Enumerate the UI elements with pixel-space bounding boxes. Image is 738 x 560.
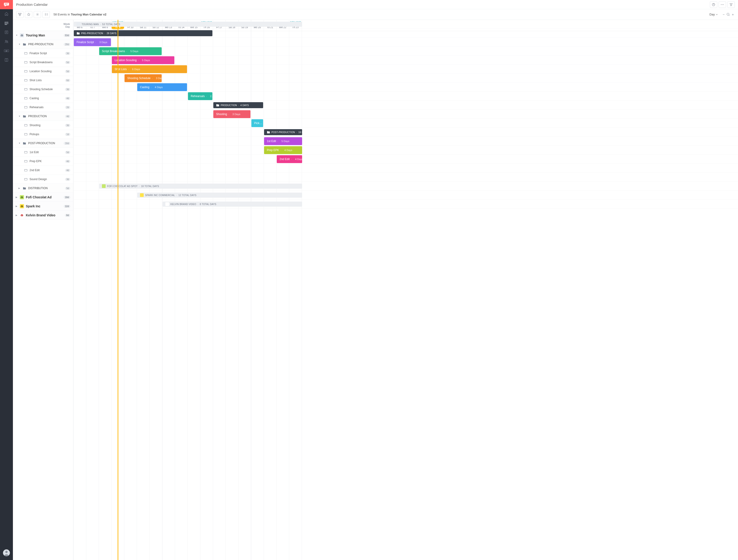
settings-button[interactable] bbox=[34, 11, 41, 18]
svg-rect-27 bbox=[24, 97, 27, 99]
collapse-icon[interactable]: ▼ bbox=[16, 34, 19, 36]
summary-bar[interactable]: SPARK INC COMMERCIAL·12 TOTAL DAYS bbox=[137, 193, 302, 198]
granularity-toggle[interactable]: Day bbox=[709, 13, 718, 16]
user-avatar[interactable] bbox=[3, 549, 10, 556]
collapse-icon[interactable]: ▼ bbox=[18, 43, 22, 45]
summary-bar[interactable]: KELVIN BRAND VIDEO·8 TOTAL DAYS bbox=[162, 202, 302, 207]
task-bar[interactable]: 2nd Edit·4 Days bbox=[277, 155, 302, 163]
svg-rect-43 bbox=[21, 214, 22, 215]
row-label: Location Scouting bbox=[29, 70, 51, 73]
timeline-row: Casting·4 Days bbox=[73, 83, 738, 92]
row-label: 2nd Edit bbox=[29, 169, 40, 172]
collapse-icon[interactable]: ▼ bbox=[18, 115, 22, 117]
project-icon bbox=[76, 22, 80, 26]
sidebar-row-phase[interactable]: ▼PRODUCTION4d bbox=[13, 112, 73, 121]
sidebar-row-project[interactable]: ▶Spark Inc12d bbox=[13, 202, 73, 211]
row-label: POST-PRODUCTION bbox=[28, 142, 55, 145]
task-icon bbox=[24, 177, 28, 181]
collapse-button[interactable] bbox=[42, 11, 50, 18]
svg-rect-34 bbox=[24, 179, 27, 180]
row-label: Sound Design bbox=[29, 178, 47, 181]
sidebar-row-task[interactable]: Casting4d bbox=[13, 94, 73, 103]
hierarchy-button[interactable] bbox=[16, 11, 24, 18]
sidebar-row-task[interactable]: Script Breakdowns5d bbox=[13, 58, 73, 67]
sidebar-row-project[interactable]: ▶Fofi Chocolat Ad18d bbox=[13, 193, 73, 202]
summary-bar[interactable]: TOURING MAN·53 TOTAL DAYS bbox=[74, 22, 302, 27]
phase-bar[interactable]: POST-PRODUCTION·16 DAYS bbox=[264, 129, 302, 135]
svg-point-18 bbox=[727, 13, 729, 15]
sidebar-row-phase[interactable]: ▶DISTRIBUTION5d bbox=[13, 184, 73, 193]
sidebar-row-task[interactable]: Location Scouting5d bbox=[13, 67, 73, 76]
task-bar[interactable]: Shot Lists·6 Days bbox=[112, 65, 187, 73]
task-bar[interactable]: Rehearsals·2… bbox=[188, 92, 213, 100]
timeline-row: 2nd Edit·4 Days bbox=[73, 155, 738, 164]
sidebar-row-task[interactable]: Shooting3d bbox=[13, 121, 73, 130]
expand-icon[interactable]: ▶ bbox=[16, 196, 19, 198]
phase-bar[interactable]: PRODUCTION·4 DAYS bbox=[213, 102, 263, 108]
sidebar-row-phase[interactable]: ▼POST-PRODUCTION16d bbox=[13, 139, 73, 148]
folder-icon bbox=[216, 104, 219, 106]
folder-icon bbox=[23, 114, 26, 118]
task-icon bbox=[24, 78, 28, 82]
sidebar-row-project[interactable]: ▼Touring Man53d bbox=[13, 31, 73, 40]
timeline-row: PRE-PRODUCTION·28 DAYS bbox=[73, 29, 738, 38]
expand-icon[interactable]: ▶ bbox=[18, 187, 22, 189]
sidebar-row-task[interactable]: Shooting Schedule3d bbox=[13, 85, 73, 94]
svg-rect-40 bbox=[21, 205, 22, 206]
task-bar[interactable]: Casting·4 Days bbox=[137, 83, 187, 91]
task-bar[interactable]: Pick… bbox=[251, 119, 263, 127]
filter-button[interactable] bbox=[727, 1, 735, 8]
expand-icon[interactable]: ▶ bbox=[16, 214, 19, 216]
favorite-button[interactable] bbox=[25, 11, 32, 18]
sidebar-row-task[interactable]: 2nd Edit4d bbox=[13, 166, 73, 175]
task-bar[interactable]: Location Scouting·5 Days bbox=[112, 56, 174, 64]
sidebar-row-task[interactable]: 1st Edit5d bbox=[13, 148, 73, 157]
svg-rect-29 bbox=[24, 124, 27, 126]
sidebar-row-task[interactable]: Rehearsals2d bbox=[13, 103, 73, 112]
more-button[interactable] bbox=[719, 1, 726, 8]
nav-home-icon[interactable] bbox=[0, 9, 13, 18]
expand-icon[interactable]: ▶ bbox=[16, 205, 19, 207]
duration-badge: 4d bbox=[65, 169, 70, 172]
task-icon bbox=[24, 169, 28, 172]
nav-calendar-icon[interactable] bbox=[0, 18, 13, 28]
task-bar[interactable]: Finalize Script·3 Days bbox=[74, 38, 111, 46]
task-bar[interactable]: Prep EPK·4 Days bbox=[264, 146, 302, 154]
sidebar-row-project[interactable]: ▶Kelvin Brand Video8d bbox=[13, 211, 73, 220]
nav-vip-icon[interactable]: VIP bbox=[0, 46, 13, 55]
sidebar-row-task[interactable]: Sound Design3d bbox=[13, 175, 73, 184]
sidebar-row-task[interactable]: Shot Lists6d bbox=[13, 76, 73, 85]
sidebar-row-task[interactable]: Pickups1d bbox=[13, 130, 73, 139]
nav-crew-icon[interactable] bbox=[0, 37, 13, 46]
task-bar[interactable]: Shooting Schedule·3 Days bbox=[124, 74, 162, 82]
duration-badge: 3d bbox=[65, 88, 70, 91]
svg-rect-1 bbox=[5, 23, 8, 24]
duration-badge: 3d bbox=[65, 178, 70, 181]
row-label: Touring Man bbox=[26, 33, 45, 37]
folder-icon bbox=[267, 131, 270, 133]
zoom-out-button[interactable]: − bbox=[722, 12, 726, 16]
task-icon bbox=[24, 96, 28, 100]
summary-bar[interactable]: FOFI CHOCOLAT AD SPOT·18 TOTAL DAYS bbox=[99, 184, 302, 189]
collapse-icon[interactable]: ▼ bbox=[18, 142, 22, 145]
nav-reports-icon[interactable] bbox=[0, 28, 13, 37]
timeline-row: Shooting Schedule·3 Days bbox=[73, 74, 738, 83]
nav-rail: VIP bbox=[0, 0, 13, 560]
timeline-row: SPARK INC COMMERCIAL·12 TOTAL DAYS bbox=[73, 191, 738, 200]
sidebar-row-phase[interactable]: ▼PRE-PRODUCTION28d bbox=[13, 40, 73, 49]
app-logo[interactable] bbox=[0, 0, 13, 9]
nav-library-icon[interactable] bbox=[0, 55, 13, 65]
task-bar[interactable]: Shooting·3 Days bbox=[213, 110, 251, 118]
sidebar-row-task[interactable]: Finalize Script3d bbox=[13, 49, 73, 58]
events-summary: 58 Events in Touring Man Calendar v2 bbox=[53, 13, 106, 16]
task-bar[interactable]: Script Breakdowns·5 Days bbox=[99, 47, 162, 55]
task-icon bbox=[24, 87, 28, 91]
task-bar[interactable]: 1st Edit·5 Days bbox=[264, 137, 302, 145]
phase-bar[interactable]: PRE-PRODUCTION·28 DAYS bbox=[74, 30, 213, 36]
zoom-in-button[interactable]: + bbox=[731, 12, 735, 16]
help-button[interactable] bbox=[710, 1, 717, 8]
today-indicator bbox=[118, 20, 118, 560]
svg-point-11 bbox=[721, 4, 722, 5]
zoom-search-icon[interactable] bbox=[726, 13, 731, 16]
sidebar-row-task[interactable]: Prep EPK4d bbox=[13, 157, 73, 166]
